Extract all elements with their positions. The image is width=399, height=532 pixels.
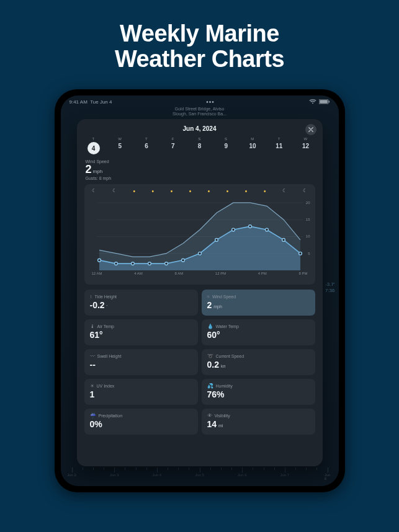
ruler-label: Jun 5	[195, 473, 204, 477]
tile-label: Visibility	[215, 414, 230, 418]
sun-icon: •	[171, 188, 173, 195]
x-label: 4 AM	[134, 272, 143, 275]
headline-label: Wind Speed	[86, 159, 314, 164]
precipitation-icon: ☔	[90, 413, 96, 419]
wind_speed-icon: ≈	[207, 294, 210, 299]
svg-point-13	[198, 252, 201, 255]
battery-icon	[319, 99, 330, 104]
day-11[interactable]: T11	[271, 137, 287, 154]
swell_height-icon: 〰	[90, 353, 95, 359]
svg-point-14	[215, 238, 218, 241]
visibility-icon: 👁	[207, 413, 212, 419]
day-9[interactable]: S9	[218, 137, 234, 154]
tile-tide_height[interactable]: ↕Tide Height-0.2 '	[84, 290, 198, 316]
sun-icon: •	[226, 188, 229, 195]
uv_index-icon: ☀	[90, 383, 94, 389]
tile-value: --	[90, 360, 192, 369]
day-strip[interactable]: T4W5T6F7S8S9M10T11W12	[84, 136, 315, 159]
status-center-dots: •••	[206, 99, 215, 105]
tile-value: -0.2 '	[90, 301, 192, 309]
y-tick: 20	[306, 201, 310, 205]
tile-label: Humidity	[216, 384, 233, 388]
close-button[interactable]	[305, 124, 316, 135]
day-10[interactable]: M10	[244, 137, 261, 154]
svg-point-12	[181, 259, 184, 262]
device-frame: 9:41 AM Tue Jun 4 ••• Gold Street Bridge…	[55, 89, 345, 492]
headline-metric: Wind Speed 2mph Gusts: 8 mph	[84, 159, 315, 184]
day-7[interactable]: F7	[165, 137, 181, 154]
ruler-label: Jun 2	[67, 473, 76, 477]
y-tick: 10	[306, 234, 310, 238]
chart-card: ☾☾••••••••☾☾ 2015105 12 AM4 AM8 AM12 PM4…	[84, 184, 315, 285]
tile-humidity[interactable]: 💦Humidity76%	[202, 379, 315, 405]
sun-icon: •	[208, 188, 210, 195]
sun-icon: •	[264, 188, 266, 195]
ruler-label: Jun 3	[110, 473, 119, 477]
x-label: 8 AM	[174, 272, 183, 275]
ruler-label: Jun 6	[238, 473, 247, 477]
promo-title: Weekly Marine Weather Charts	[115, 21, 284, 72]
day-4[interactable]: T4	[86, 137, 102, 154]
tile-water_temp[interactable]: 💧Water Temp60°	[202, 319, 315, 345]
tile-value: 14 mi	[207, 420, 310, 428]
day-5[interactable]: W5	[112, 137, 128, 154]
tile-current_speed[interactable]: ➰Current Speed0.2 kn	[202, 349, 315, 375]
moon-icon: ☾	[112, 188, 117, 195]
tile-value: 1	[90, 390, 192, 399]
tile-value: 2 mph	[207, 301, 310, 309]
svg-point-16	[248, 225, 251, 228]
status-bar: 9:41 AM Tue Jun 4 •••	[61, 95, 339, 105]
location-subheader: Gold Street Bridge, Alviso Slough, San F…	[61, 107, 339, 117]
day-8[interactable]: S8	[192, 137, 208, 154]
promo-line-1: Weekly Marine	[115, 21, 284, 47]
tile-swell_height[interactable]: 〰Swell Height--	[84, 349, 198, 375]
x-label: 4 PM	[258, 272, 267, 275]
svg-point-8	[114, 262, 117, 265]
day-6[interactable]: T6	[138, 137, 155, 154]
humidity-icon: 💦	[207, 383, 213, 389]
chart-x-labels: 12 AM4 AM8 AM12 PM4 PM8 PM	[87, 270, 313, 275]
svg-point-15	[231, 228, 235, 231]
tile-value: 0.2 kn	[207, 360, 310, 369]
sun-icon: •	[133, 188, 136, 195]
tile-label: Current Speed	[216, 354, 244, 358]
svg-point-11	[164, 262, 168, 265]
tile-visibility[interactable]: 👁Visibility14 mi	[202, 409, 315, 435]
tile-label: UV Index	[97, 384, 115, 388]
moon-icon: ☾	[303, 188, 307, 195]
chart-daynight-icons: ☾☾••••••••☾☾	[87, 188, 313, 196]
tile-label: Wind Speed	[212, 295, 236, 299]
moon-icon: ☾	[282, 188, 287, 195]
sun-icon: •	[245, 188, 248, 195]
current_speed-icon: ➰	[207, 353, 213, 359]
tile-wind_speed[interactable]: ≈Wind Speed2 mph	[202, 290, 315, 316]
water_temp-icon: 💧	[207, 324, 213, 329]
x-label: 8 PM	[298, 272, 307, 275]
tile-uv_index[interactable]: ☀UV Index1	[84, 379, 198, 405]
y-tick: 15	[306, 218, 310, 221]
tile-value: 61°	[90, 330, 192, 339]
sheet-title: Jun 4, 2024	[183, 125, 217, 132]
svg-point-10	[148, 262, 151, 265]
close-icon	[308, 127, 313, 132]
tile-label: Water Temp	[216, 324, 239, 329]
tile-value: 0%	[90, 420, 192, 428]
svg-rect-1	[320, 100, 328, 104]
svg-point-7	[97, 259, 101, 262]
tile-label: Swell Height	[97, 354, 122, 358]
tile-label: Precipitation	[99, 414, 123, 418]
tide_height-icon: ↕	[90, 294, 92, 299]
tile-value: 60°	[207, 330, 310, 339]
ruler-label: Jun 4	[152, 473, 161, 477]
day-12[interactable]: W12	[298, 137, 314, 154]
headline-sub: Gusts: 8 mph	[86, 176, 314, 180]
device-screen: 9:41 AM Tue Jun 4 ••• Gold Street Bridge…	[61, 95, 339, 486]
sun-icon: •	[189, 188, 192, 195]
x-label: 12 AM	[92, 272, 102, 275]
ruler-label: Jun 7	[280, 473, 289, 477]
x-label: 12 PM	[215, 272, 226, 275]
tile-precipitation[interactable]: ☔Precipitation0%	[84, 409, 198, 435]
tile-air_temp[interactable]: 🌡Air Temp61°	[84, 319, 198, 345]
tile-value: 76%	[207, 390, 310, 399]
svg-rect-2	[328, 100, 329, 102]
